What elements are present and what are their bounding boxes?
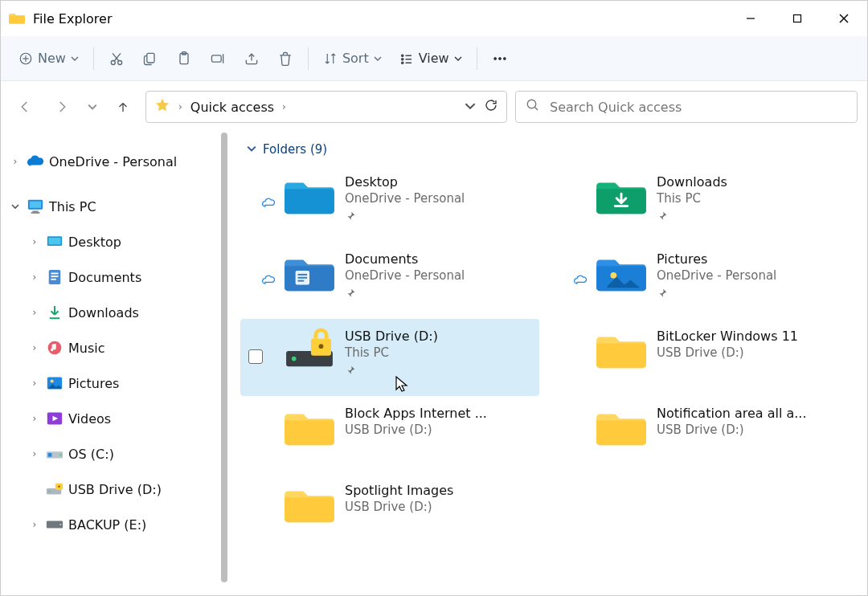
folder-tile[interactable]: Block Apps Internet ... USB Drive (D:) [240, 396, 539, 473]
expand-icon[interactable]: › [9, 156, 22, 167]
svg-point-17 [118, 60, 122, 64]
folder-yel-icon [284, 481, 335, 526]
view-label: View [419, 51, 449, 66]
folder-name: Desktop [345, 174, 465, 190]
tree-label: USB Drive (D:) [68, 482, 162, 497]
svg-point-26 [401, 55, 403, 56]
addressbar-dropdown-icon[interactable] [465, 100, 476, 115]
folder-dl-icon [596, 173, 647, 218]
tree-label: Music [68, 341, 105, 356]
folder-name: USB Drive (D:) [345, 329, 438, 344]
breadcrumb-location[interactable]: Quick access [190, 100, 274, 115]
folder-tile[interactable]: BitLocker Windows 11 USB Drive (D:) [552, 319, 851, 396]
tree-label: Downloads [68, 305, 139, 320]
forward-button[interactable] [47, 92, 76, 121]
search-bar[interactable] [515, 91, 858, 123]
expand-icon[interactable]: › [28, 378, 41, 389]
tree-thispc[interactable]: This PC [1, 189, 227, 224]
back-button[interactable] [10, 92, 39, 121]
more-button[interactable] [485, 44, 514, 73]
expand-icon[interactable]: › [28, 342, 41, 353]
content-pane: Folders (9) Desktop OneDrive - Personal … [227, 133, 867, 595]
tree-os-drive[interactable]: › OS (C:) [1, 436, 227, 471]
recent-button[interactable] [84, 92, 100, 121]
folder-tile[interactable]: Notification area all a... USB Drive (D:… [552, 396, 851, 473]
folder-tile[interactable]: Pictures OneDrive - Personal [552, 242, 851, 319]
checkbox[interactable] [248, 349, 263, 364]
svg-point-16 [111, 60, 115, 64]
tree-documents[interactable]: › Documents [1, 259, 227, 295]
folder-tile[interactable]: Spotlight Images USB Drive (D:) [240, 473, 539, 550]
tree-label: Videos [68, 411, 111, 427]
folder-name: Downloads [657, 174, 727, 190]
toolbar-divider [93, 47, 94, 70]
file-explorer-window: File Explorer New Sort View [0, 0, 868, 596]
refresh-button[interactable] [484, 98, 498, 116]
folder-location: USB Drive (D:) [657, 345, 798, 360]
sort-label: Sort [342, 51, 369, 66]
tree-desktop[interactable]: › Desktop [1, 224, 227, 259]
view-button[interactable]: View [393, 44, 469, 73]
tree-videos[interactable]: › Videos [1, 401, 227, 436]
delete-button[interactable] [271, 44, 300, 73]
search-input[interactable] [550, 100, 847, 115]
collapse-icon[interactable] [9, 202, 22, 210]
cut-button[interactable] [102, 44, 131, 73]
folder-tile[interactable]: Downloads This PC [552, 165, 851, 242]
folder-blue-icon [284, 173, 335, 218]
tree-onedrive[interactable]: › OneDrive - Personal [1, 144, 227, 179]
sort-button[interactable]: Sort [317, 44, 388, 73]
svg-point-58 [58, 486, 59, 488]
cloud-sync-icon [261, 274, 276, 289]
svg-point-56 [48, 491, 50, 492]
maximize-button[interactable] [774, 1, 821, 36]
chevron-down-icon [247, 144, 256, 156]
tree-pictures[interactable]: › Pictures [1, 365, 227, 401]
folder-location: USB Drive (D:) [345, 500, 453, 514]
folder-location: OneDrive - Personal [657, 268, 776, 283]
new-label: New [38, 51, 66, 66]
section-header[interactable]: Folders (9) [247, 142, 851, 157]
videos-icon [46, 410, 63, 427]
svg-rect-44 [51, 273, 58, 275]
tree-downloads[interactable]: › Downloads [1, 295, 227, 330]
folder-tile[interactable]: USB Drive (D:) This PC [240, 319, 539, 396]
svg-point-35 [527, 100, 536, 108]
pin-icon [657, 210, 727, 224]
expand-icon[interactable]: › [28, 519, 41, 530]
tree-usb-drive[interactable]: USB Drive (D:) [1, 471, 227, 507]
tree-label: OS (C:) [68, 447, 114, 462]
expand-icon[interactable]: › [28, 448, 41, 459]
sidebar-scrollbar[interactable] [221, 133, 227, 582]
address-bar[interactable]: › Quick access › [145, 91, 507, 123]
minimize-button[interactable] [727, 1, 774, 36]
chevron-right-icon[interactable]: › [282, 101, 286, 112]
expand-icon[interactable]: › [28, 413, 41, 424]
tree-label: This PC [49, 199, 96, 214]
tree-music[interactable]: › Music [1, 330, 227, 365]
up-button[interactable] [108, 92, 137, 121]
expand-icon[interactable]: › [28, 307, 41, 318]
expand-icon[interactable]: › [28, 236, 41, 247]
folder-name: Documents [345, 251, 465, 267]
close-button[interactable] [821, 1, 867, 36]
downloads-icon [46, 304, 63, 321]
folder-yel-icon [596, 327, 647, 372]
drive-icon [46, 516, 63, 533]
sidebar: › OneDrive - Personal This PC › Desktop … [1, 133, 227, 595]
new-button[interactable]: New [12, 44, 85, 73]
paste-button[interactable] [170, 44, 199, 73]
cloud-sync-icon [261, 197, 276, 212]
folder-tile[interactable]: Documents OneDrive - Personal [240, 242, 539, 319]
tree-backup-drive[interactable]: › BACKUP (E:) [1, 507, 227, 542]
share-button[interactable] [237, 44, 266, 73]
expand-icon[interactable]: › [28, 271, 41, 283]
folder-tile[interactable]: Desktop OneDrive - Personal [240, 165, 539, 242]
svg-point-50 [51, 379, 54, 382]
toolbar-divider [477, 47, 477, 70]
app-icon [9, 10, 25, 27]
copy-button[interactable] [136, 44, 165, 73]
svg-rect-40 [31, 212, 40, 213]
folder-yel-icon [596, 404, 647, 449]
rename-button[interactable] [203, 44, 232, 73]
